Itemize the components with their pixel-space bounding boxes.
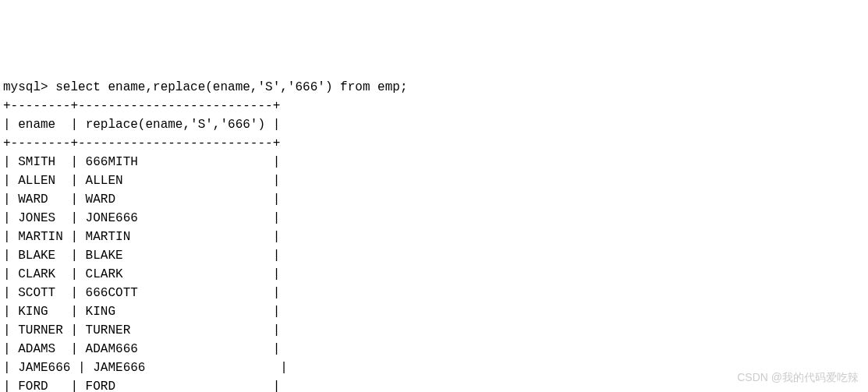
table-separator-mid: +--------+--------------------------+ [3, 136, 280, 150]
table-separator-top: +--------+--------------------------+ [3, 99, 280, 113]
header-col1: ename [18, 118, 63, 132]
table-rows: | SMITH | 666MITH | | ALLEN | ALLEN | | … [3, 155, 288, 392]
sql-query: select ename,replace(ename,'S','666') fr… [55, 80, 407, 94]
mysql-prompt: mysql> [3, 80, 48, 94]
header-col2: replace(ename,'S','666') [86, 118, 265, 132]
mysql-terminal-output: mysql> select ename,replace(ename,'S','6… [3, 78, 865, 392]
watermark: CSDN @我的代码爱吃辣 [737, 369, 859, 386]
